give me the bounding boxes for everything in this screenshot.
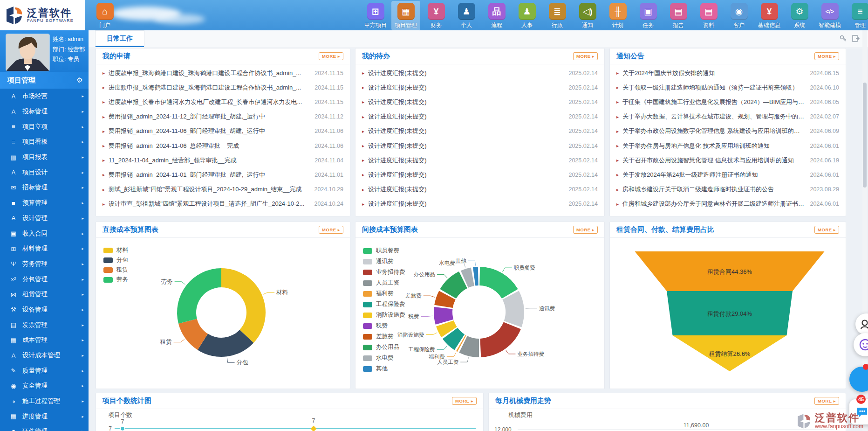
chat-bot-button[interactable]	[854, 333, 868, 356]
item-link[interactable]: 设计进度汇报(未提交)	[368, 127, 568, 135]
item-link[interactable]: 费用报销_admin_2024-11-01_部门经理审批_胡建,_运行中	[109, 171, 314, 179]
item-link[interactable]: 关于召开市政公用设施智慧化管理 信息技术与应用培训班的通知	[622, 156, 810, 165]
sidebar-item-进度管理[interactable]: ▦进度管理▸	[0, 409, 89, 424]
item-link[interactable]: 费用报销_admin_2024-11-06_部门经理审批_胡建,_运行中	[109, 127, 314, 135]
sidebar-item-施工过程管理[interactable]: ◑施工过程管理▸	[0, 394, 89, 409]
tab-daily-work[interactable]: 日常工作	[95, 30, 144, 47]
item-link[interactable]: 于征集《中国建筑施工行业信息化发展报告（2024）—BIM应用与发展》材料...	[622, 98, 810, 106]
item-link[interactable]: 测试_彭祖新城"四馆"景观工程设计项目_2024-10-29_admin_结束_…	[109, 185, 314, 194]
sidebar-item-质量管理[interactable]: ✎质量管理▸	[0, 363, 89, 378]
nav-item-个人[interactable]: ♟个人	[452, 1, 481, 30]
sidebar-item-发票管理[interactable]: ▤发票管理▸	[0, 317, 89, 333]
item-link[interactable]: 关于领取一级注册建造师增项贴的通知（须持一建证书前来领取）	[622, 83, 810, 92]
nav-item-项目管理[interactable]: ▦项目管理	[391, 1, 420, 30]
sidebar-item-项目设计[interactable]: A项目设计▸	[0, 165, 89, 180]
nav-item-管理[interactable]: ≡管理	[846, 1, 868, 30]
item-link[interactable]: 设计进度汇报(未提交)	[368, 156, 568, 165]
assistant-button[interactable]	[849, 367, 868, 392]
nav-item-资料[interactable]: ▤资料	[694, 1, 723, 30]
item-link[interactable]: 费用报销_admin_2024-11-06_总经理审批__完成	[109, 142, 314, 150]
sidebar-item-市场经营[interactable]: A市场经营▸	[0, 89, 89, 104]
item-link[interactable]: 设计进度汇报(未提交)	[368, 83, 568, 92]
item-link[interactable]: 设计进度汇报(未提交)	[368, 171, 568, 179]
sidebar-item-招标管理[interactable]: ✉招标管理▸	[0, 180, 89, 195]
item-link[interactable]: 11_2024-11-04_admin_经营部_领导审批__完成	[109, 156, 314, 165]
nav-item-系统[interactable]: ⚙系统	[785, 1, 814, 30]
sidebar-item-投标管理[interactable]: A投标管理▸	[0, 104, 89, 119]
nav-item-人事[interactable]: ♟人事	[513, 1, 541, 30]
nav-item-智能建模[interactable]: </>智能建模	[815, 1, 844, 30]
item-link[interactable]: 设计进度汇报(未提交)	[368, 98, 568, 106]
more-button[interactable]: MORE ▸	[573, 52, 598, 60]
chevron-right-icon: ▸	[82, 399, 84, 403]
key-icon[interactable]	[839, 35, 847, 42]
avatar	[6, 34, 50, 71]
item-link[interactable]: 设计审查_彭祖新城"四馆"景观工程设计项目_请选择_胡广生_2024-10-2.…	[109, 200, 314, 208]
gear-icon[interactable]: ⚙	[77, 76, 83, 84]
series-label: 项目个数	[108, 411, 132, 418]
nav-item-行政[interactable]: ≣行政	[543, 1, 572, 30]
sidebar-item-租赁管理[interactable]: ⋈租赁管理▸	[0, 287, 89, 302]
sidebar-item-证件管理[interactable]: ▮证件管理▸	[0, 424, 89, 431]
nav-item-客户[interactable]: ◉客户	[724, 1, 753, 30]
item-link[interactable]: 设计进度汇报(未提交)	[368, 112, 568, 121]
nav-item-甲方项目[interactable]: ⊞甲方项目	[361, 1, 390, 30]
item-date: 2025.02.14	[568, 186, 598, 193]
item-link[interactable]: 进度款申报_长春市伊通河水力发电厂改建工程_长春市伊通河水力发电...	[109, 98, 314, 106]
item-link[interactable]: 关于2024年国庆节放假安排的通知	[622, 69, 810, 77]
item-link[interactable]: 进度款申报_珠海鹤港口建设_珠海鹤港口建设工程合作协议书_admin_...	[109, 83, 314, 92]
nav-item-财务[interactable]: ¥财务	[422, 1, 451, 30]
sidebar: 姓名: admin 部门: 经营部 职位: 专员 项目管理 ⚙ A市场经营▸A投…	[0, 30, 89, 431]
more-button[interactable]: MORE ▸	[319, 226, 343, 234]
sidebar-item-设计成本管理[interactable]: A设计成本管理▸	[0, 348, 89, 363]
sidebar-section-header[interactable]: 项目管理 ⚙	[0, 72, 89, 89]
item-link[interactable]: 关于举办住房与房地产信息化 技术及应用培训班的通知	[622, 142, 810, 150]
sidebar-item-分包管理[interactable]: x²分包管理▸	[0, 271, 89, 287]
item-link[interactable]: 设计进度汇报(未提交)	[368, 69, 568, 77]
sidebar-item-材料管理[interactable]: ⊞材料管理▸	[0, 241, 89, 257]
item-link[interactable]: 设计进度汇报(未提交)	[368, 200, 568, 208]
more-button[interactable]: MORE ▸	[814, 52, 839, 60]
user-title: 职位: 专员	[53, 55, 85, 65]
sidebar-item-成本管理[interactable]: ▦成本管理▸	[0, 333, 89, 348]
sidebar-item-项目报表[interactable]: ▥项目报表▸	[0, 150, 89, 165]
more-button[interactable]: MORE ▸	[814, 397, 839, 405]
item-link[interactable]: 关于发放2024年第24批一级建造师注册证书的通知	[622, 171, 810, 179]
chevron-right-icon: ▸	[82, 429, 84, 431]
sidebar-item-劳务管理[interactable]: Ψ劳务管理▸	[0, 257, 89, 272]
item-link[interactable]: 进度款申报_珠海鹤港口建设_珠海鹤港口建设工程合作协议书_admin_...	[109, 69, 314, 77]
item-link[interactable]: 住房和城乡建设部办公厅关于同意吉林省开展二级建造师注册证书电子化试点...	[622, 200, 810, 208]
sidebar-item-设备管理[interactable]: ⚒设备管理▸	[0, 302, 89, 318]
scrollbar-thumb[interactable]	[863, 83, 867, 188]
nav-item-流程[interactable]: 品流程	[482, 1, 511, 30]
nav-item-计划[interactable]: ╫计划	[603, 1, 632, 30]
customer-service-button[interactable]	[855, 313, 868, 335]
sidebar-item-项目立项[interactable]: ≡项目立项▸	[0, 119, 89, 134]
sidebar-item-收入合同[interactable]: ▣收入合同▸	[0, 226, 89, 241]
item-link[interactable]: 房和城乡建设厅关于取消二级建造师临时执业证书的公告	[622, 185, 810, 194]
sidebar-item-预算管理[interactable]: ■预算管理▸	[0, 195, 89, 211]
list-item: ▸费用报销_admin_2024-11-06_部门经理审批_胡建,_运行中202…	[96, 124, 350, 139]
export-page-icon[interactable]	[852, 35, 860, 42]
watermark-url[interactable]: www.fanpusoft.com	[815, 423, 863, 430]
nav-item-任务[interactable]: ▣任务	[634, 1, 663, 30]
item-link[interactable]: 关于举办市政公用设施数字化管理信息 系统建设与应用培训班的通知	[622, 127, 810, 135]
sidebar-item-设计管理[interactable]: A设计管理▸	[0, 211, 89, 226]
sidebar-item-安全管理[interactable]: ◉安全管理▸	[0, 378, 89, 394]
person-icon: ♟	[458, 3, 475, 20]
sidebar-item-项目看板[interactable]: ≡项目看板▸	[0, 134, 89, 150]
item-link[interactable]: 设计进度汇报(未提交)	[368, 185, 568, 194]
item-link[interactable]: 费用报销_admin_2024-11-12_部门经理审批_胡建,_运行中	[109, 112, 314, 121]
more-button[interactable]: MORE ▸	[573, 226, 598, 234]
more-button[interactable]: MORE ▸	[814, 226, 839, 234]
nav-item-报告[interactable]: ▤报告	[664, 1, 693, 30]
nav-item-portal[interactable]: ⌂ 门户	[90, 1, 119, 30]
item-link[interactable]: 设计进度汇报(未提交)	[368, 142, 568, 150]
more-button[interactable]: MORE ▸	[452, 397, 477, 405]
item-link[interactable]: 关于举办大数据、云计算技术在城市建设、规划、管理与服务中的应用培训班...	[622, 112, 810, 121]
item-date: 2025.02.14	[568, 143, 598, 149]
nav-item-基础信息[interactable]: ¥基础信息	[755, 1, 784, 30]
more-button[interactable]: MORE ▸	[319, 52, 343, 60]
nav-item-通知[interactable]: ◁)通知	[573, 1, 602, 30]
panel-title: 间接成本预算图表	[362, 225, 418, 234]
